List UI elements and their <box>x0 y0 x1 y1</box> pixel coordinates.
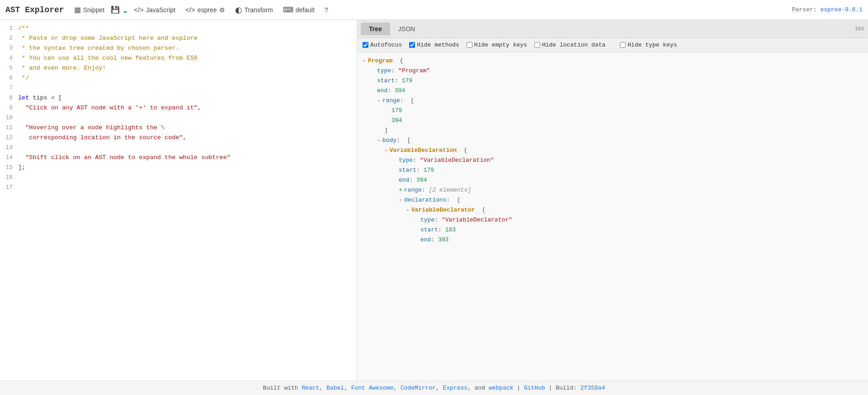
parser-version-link[interactable]: espree-9.6.1 <box>820 6 863 13</box>
tab-tree[interactable]: Tree <box>361 23 390 35</box>
tree-prop-start-vardecl: start: 179 <box>363 165 868 175</box>
app-logo: AST Explorer <box>5 5 64 14</box>
tab-json[interactable]: JSON <box>390 23 423 35</box>
cloud-icon: ☁ <box>123 5 127 15</box>
hide-type-keys-checkbox[interactable] <box>620 42 626 48</box>
collapse-range[interactable]: - <box>377 96 381 106</box>
hide-empty-keys-option[interactable]: Hide empty keys <box>467 42 527 48</box>
snippet-icon: ▦ <box>74 5 81 14</box>
code-line-3: 3 * the syntax tree created by chosen pa… <box>0 43 357 53</box>
tree-range-1: 394 <box>363 116 868 126</box>
code-line-13: 13 <box>0 143 357 153</box>
tree-prop-type-program: type: "Program" <box>363 66 868 76</box>
footer-webpack-link[interactable]: webpack <box>489 385 514 391</box>
header: AST Explorer ▦ Snippet 💾 ☁ </> JavaScrip… <box>0 0 868 20</box>
footer-github-link[interactable]: GitHub <box>524 385 545 391</box>
tree-node-range-collapsed: +range: [2 elements] <box>363 185 868 195</box>
tree-prop-type-vardecl: type: "VariableDeclaration" <box>363 155 868 165</box>
tree-node-body: -body: [ <box>363 136 868 146</box>
code-editor[interactable]: 1 /** 2 * Paste or drop some JavaScript … <box>0 20 357 381</box>
code-line-17: 17 <box>0 183 357 193</box>
collapse-declarations[interactable]: - <box>399 195 402 205</box>
collapse-variabledeclaration[interactable]: - <box>384 146 388 155</box>
tree-node-range: -range: [ <box>363 96 868 106</box>
snippet-button[interactable]: ▦ Snippet <box>71 4 108 16</box>
code-line-8: 8 let tips = [ <box>0 93 357 103</box>
footer-fontawesome-link[interactable]: Font Awesome <box>351 385 394 391</box>
transform-toggle[interactable]: ◐ Transform <box>231 3 277 17</box>
hide-location-data-checkbox[interactable] <box>534 42 540 48</box>
parser-info: Parser: espree-9.6.1 <box>792 6 863 13</box>
toggle-icon: ◐ <box>235 5 242 15</box>
hide-location-data-option[interactable]: Hide location data <box>534 42 605 48</box>
tree-node-variabledeclarator: -VariableDeclarator { <box>363 205 868 215</box>
code-line-10: 10 <box>0 113 357 123</box>
code-line-9: 9 "Click on any AST node with a '+' to e… <box>0 103 357 113</box>
collapse-body[interactable]: - <box>377 136 381 146</box>
code-brackets-icon: </> <box>134 6 144 14</box>
tree-panel: Tree JSON 1ms Autofocus Hide methods Hid… <box>357 20 868 381</box>
help-button[interactable]: ? <box>321 5 332 15</box>
tree-node-variabledeclaration: -VariableDeclaration { <box>363 146 868 155</box>
tree-prop-end-vardecl: end: 394 <box>363 175 868 185</box>
hide-methods-checkbox[interactable] <box>409 42 415 48</box>
ast-tree[interactable]: -Program { type: "Program" start: 179 en… <box>357 52 868 381</box>
footer: Built with React, Babel, Font Awesome, C… <box>0 381 868 395</box>
code-line-6: 6 */ <box>0 73 357 83</box>
main-content: 1 /** 2 * Paste or drop some JavaScript … <box>0 20 868 381</box>
code-line-11: 11 "Hovering over a node highlights the … <box>0 123 357 133</box>
code-line-5: 5 * and even more. Enjoy! <box>0 63 357 73</box>
code-line-1: 1 /** <box>0 24 357 33</box>
code-line-4: 4 * You can use all the cool new feature… <box>0 53 357 63</box>
code-line-7: 7 <box>0 83 357 93</box>
footer-react-link[interactable]: React <box>302 385 319 391</box>
view-tabs: Tree JSON 1ms <box>357 20 868 38</box>
footer-text: Built with <box>263 385 302 391</box>
tree-range-0: 179 <box>363 106 868 116</box>
tree-prop-end-vardecltor: end: 393 <box>363 235 868 245</box>
tree-prop-type-vardecltor: type: "VariableDeclarator" <box>363 215 868 225</box>
autofocus-option[interactable]: Autofocus <box>363 42 402 48</box>
code-line-2: 2 * Paste or drop some JavaScript here a… <box>0 33 357 43</box>
code-line-12: 12 corresponding location in the source … <box>0 133 357 143</box>
keyboard-icon: ⌨ <box>283 5 293 14</box>
language-button[interactable]: </> JavaScript <box>130 4 179 15</box>
collapse-program[interactable]: - <box>363 56 366 66</box>
parser-brackets-icon: </> <box>185 6 195 14</box>
tree-node-declarations: -declarations: [ <box>363 195 868 205</box>
hide-type-keys-option[interactable]: Hide type keys <box>620 42 677 48</box>
tree-prop-start-vardecltor: start: 183 <box>363 225 868 235</box>
code-line-16: 16 <box>0 173 357 183</box>
gear-icon: ⚙ <box>219 6 225 14</box>
autofocus-checkbox[interactable] <box>363 42 368 48</box>
expand-range2[interactable]: + <box>399 185 402 195</box>
hide-methods-option[interactable]: Hide methods <box>409 42 459 48</box>
code-line-15: 15 ]; <box>0 163 357 173</box>
parser-button[interactable]: </> espree ⚙ <box>182 4 229 15</box>
save-icon: 💾 <box>111 5 120 14</box>
tree-options: Autofocus Hide methods Hide empty keys H… <box>357 38 868 52</box>
code-line-14: 14 "Shift click on an AST node to expand… <box>0 153 357 163</box>
tree-node-program: -Program { <box>363 56 868 66</box>
footer-codemirror-link[interactable]: CodeMirror <box>401 385 436 391</box>
hide-empty-keys-checkbox[interactable] <box>467 42 472 48</box>
collapse-variabledeclarator[interactable]: - <box>406 205 410 215</box>
tree-prop-end-program: end: 394 <box>363 86 868 96</box>
footer-build-link[interactable]: 2f358a4 <box>580 385 605 391</box>
footer-babel-link[interactable]: Babel <box>326 385 344 391</box>
footer-express-link[interactable]: Express <box>443 385 468 391</box>
tree-prop-start-program: start: 179 <box>363 76 868 86</box>
tree-range-close: ] <box>363 126 868 136</box>
parse-time: 1ms <box>854 26 864 32</box>
default-button[interactable]: ⌨ default <box>279 4 318 16</box>
